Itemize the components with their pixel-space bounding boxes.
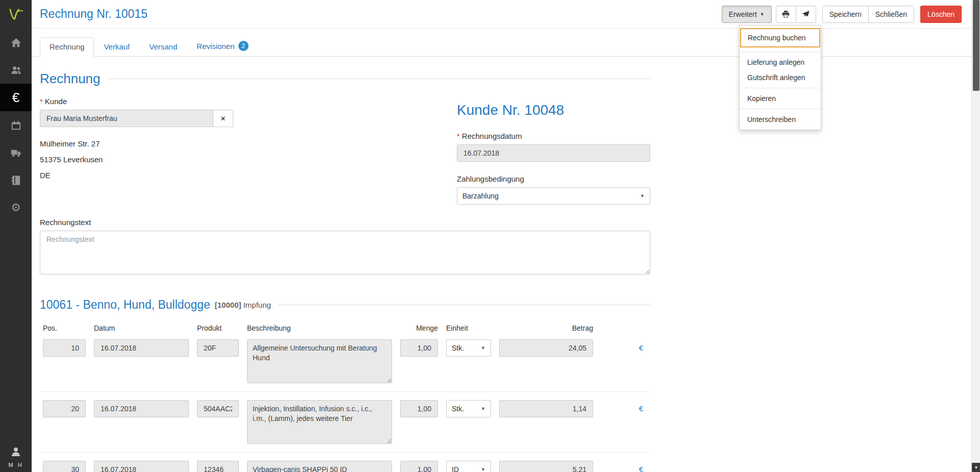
beschreibung-textarea[interactable]: Injektion, Instillation, Infusion s.c., … xyxy=(247,400,392,444)
menu-item-kopieren[interactable]: Kopieren xyxy=(740,91,821,106)
erweitert-dropdown-menu: Rechnung buchen Lieferung anlegen Gutsch… xyxy=(739,25,821,130)
zahlungsbedingung-label: Zahlungsbedingung xyxy=(457,175,650,183)
kunde-input[interactable] xyxy=(40,110,213,127)
revisions-count-badge: 2 xyxy=(238,41,249,51)
loeschen-button[interactable]: Löschen xyxy=(920,6,962,23)
required-marker: * xyxy=(40,97,43,106)
chevron-down-icon: ▼ xyxy=(481,467,485,472)
scrollbar-down-button[interactable]: ▼ xyxy=(972,463,980,472)
sidebar-item-deliveries[interactable] xyxy=(0,139,32,166)
datum-input[interactable] xyxy=(94,461,189,472)
printer-icon xyxy=(781,10,790,18)
einheit-select[interactable]: Stk. ▼ xyxy=(446,400,491,417)
zahlungsbedingung-select[interactable]: Barzahlung ▼ xyxy=(457,187,650,205)
betrag-input[interactable] xyxy=(499,400,593,417)
book-icon xyxy=(10,175,22,186)
tab-bar: Rechnung Verkauf Versand Revisionen 2 xyxy=(32,29,980,57)
customer-address: Mülheimer Str. 27 51375 Leverkusen DE xyxy=(40,139,457,180)
chevron-down-icon: ▼ xyxy=(481,345,485,351)
menu-divider xyxy=(740,109,821,109)
menge-input[interactable] xyxy=(400,339,438,357)
tab-revisionen[interactable]: Revisionen 2 xyxy=(187,36,258,57)
vertical-scrollbar[interactable]: ▼ xyxy=(971,0,980,472)
menu-item-gutschrift-anlegen[interactable]: Gutschrift anlegen xyxy=(740,70,821,85)
calendar-icon xyxy=(10,119,22,131)
zahlungsbedingung-value: Barzahlung xyxy=(462,192,499,200)
betrag-input[interactable] xyxy=(499,339,593,357)
menu-item-rechnung-buchen[interactable]: Rechnung buchen xyxy=(740,28,820,47)
erweitert-label: Erweitert xyxy=(729,10,757,18)
caret-down-icon: ▼ xyxy=(760,12,765,17)
speichern-button[interactable]: Speichern xyxy=(822,6,869,23)
pos-input[interactable] xyxy=(43,461,86,472)
items-table-header: Pos. Datum Produkt Beschreibung Menge Ei… xyxy=(40,324,650,332)
patient-title-text: 10061 - Benno, Hund, Bulldogge xyxy=(40,298,210,312)
send-button[interactable] xyxy=(796,6,816,23)
address-line: Mülheimer Str. 27 xyxy=(40,139,457,148)
erweitert-dropdown-button[interactable]: Erweitert ▼ xyxy=(722,6,772,23)
item-row: Injektion, Instillation, Infusion s.c., … xyxy=(40,400,650,453)
col-header-beschreibung: Beschreibung xyxy=(247,324,392,332)
sidebar-item-settings[interactable]: ⚙ xyxy=(0,194,32,221)
betrag-input[interactable] xyxy=(499,461,593,472)
produkt-input[interactable] xyxy=(197,461,239,472)
rechnungsdatum-label: *Rechnungsdatum xyxy=(457,132,650,140)
tab-label: Revisionen xyxy=(197,42,234,51)
scrollbar-thumb[interactable] xyxy=(973,0,979,91)
toolbar: Erweitert ▼ xyxy=(722,6,962,23)
section-title-text: Rechnung xyxy=(40,71,101,87)
menge-input[interactable] xyxy=(400,400,438,417)
einheit-select[interactable]: ID ▼ xyxy=(446,461,491,472)
beschreibung-textarea[interactable]: Virbagen-canis SHAPPi 50 ID xyxy=(247,461,392,472)
item-row: Allgemeine Untersuchung mit Beratung Hun… xyxy=(40,339,650,392)
print-button[interactable] xyxy=(776,6,796,23)
address-line: 51375 Leverkusen xyxy=(40,155,457,164)
price-details-link[interactable]: € xyxy=(601,339,650,357)
rechnungsdatum-input[interactable] xyxy=(457,144,650,162)
col-header-pos: Pos. xyxy=(43,324,86,332)
price-details-link[interactable]: € xyxy=(601,461,650,472)
paper-plane-icon xyxy=(801,10,810,18)
users-icon xyxy=(10,64,22,76)
chevron-down-icon: ▼ xyxy=(640,193,645,198)
menu-item-unterschreiben[interactable]: Unterschreiben xyxy=(740,112,821,127)
sidebar-item-invoices[interactable]: € xyxy=(0,84,32,111)
produkt-input[interactable] xyxy=(197,339,239,357)
tab-rechnung[interactable]: Rechnung xyxy=(40,37,94,57)
tab-versand[interactable]: Versand xyxy=(139,37,187,57)
sidebar-item-home[interactable] xyxy=(0,29,32,56)
kunde-input-group: ✕ xyxy=(40,110,233,127)
einheit-value: Stk. xyxy=(452,405,464,413)
item-row: Virbagen-canis SHAPPi 50 ID ID ▼ € xyxy=(40,461,650,472)
patient-code: [10000] xyxy=(215,301,241,309)
sidebar-item-customers[interactable] xyxy=(0,56,32,84)
pos-input[interactable] xyxy=(43,400,86,417)
pos-input[interactable] xyxy=(43,339,86,357)
datum-input[interactable] xyxy=(94,400,189,417)
menge-input[interactable] xyxy=(400,461,438,472)
kunde-clear-button[interactable]: ✕ xyxy=(213,110,233,127)
kunde-label: *Kunde xyxy=(40,97,457,106)
einheit-value: Stk. xyxy=(452,344,464,352)
tab-verkauf[interactable]: Verkauf xyxy=(94,37,139,57)
home-icon xyxy=(10,37,22,48)
truck-icon xyxy=(10,147,22,159)
user-icon xyxy=(10,445,22,458)
menu-item-lieferung-anlegen[interactable]: Lieferung anlegen xyxy=(740,55,821,70)
price-details-link[interactable]: € xyxy=(601,400,650,417)
datum-input[interactable] xyxy=(94,339,189,357)
app-logo[interactable] xyxy=(0,0,32,29)
produkt-input[interactable] xyxy=(197,400,239,417)
address-line: DE xyxy=(40,171,457,180)
rechnungstext-textarea[interactable] xyxy=(40,231,650,275)
sidebar-item-calendar[interactable] xyxy=(0,111,32,139)
einheit-select[interactable]: Stk. ▼ xyxy=(446,339,491,357)
beschreibung-textarea[interactable]: Allgemeine Untersuchung mit Beratung Hun… xyxy=(247,339,392,383)
user-initials: M H xyxy=(0,462,32,468)
schliessen-button[interactable]: Schließen xyxy=(868,6,914,23)
sidebar-item-addressbook[interactable] xyxy=(0,166,32,194)
tab-label: Verkauf xyxy=(104,42,130,51)
sidebar: € ⚙ M H xyxy=(0,0,32,472)
app-window: € ⚙ M H xyxy=(0,0,980,472)
sidebar-user[interactable]: M H xyxy=(0,445,32,472)
